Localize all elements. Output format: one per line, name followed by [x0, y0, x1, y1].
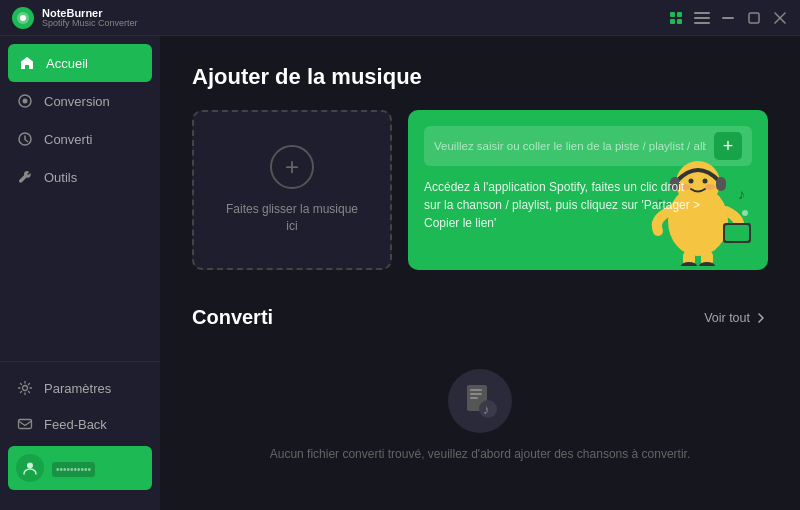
converted-section: Converti Voir tout: [192, 306, 768, 471]
main-layout: Accueil Conversion: [0, 36, 800, 510]
sidebar-item-parametres[interactable]: Paramètres: [0, 370, 160, 406]
sidebar-item-outils[interactable]: Outils: [0, 158, 160, 196]
svg-rect-3: [677, 12, 682, 17]
sidebar-label-feedback: Feed-Back: [44, 417, 107, 432]
url-input-area: + Accédez à l'application Spotify, faite…: [408, 110, 768, 270]
converted-header: Converti Voir tout: [192, 306, 768, 329]
menu-icon[interactable]: [694, 10, 710, 26]
svg-point-26: [705, 184, 715, 190]
empty-text: Aucun fichier converti trouvé, veuillez …: [270, 447, 691, 461]
minimize-button[interactable]: [720, 10, 736, 26]
tools-icon: [16, 168, 34, 186]
app-logo: [12, 7, 34, 29]
sidebar-nav: Accueil Conversion: [0, 44, 160, 361]
converted-title: Converti: [192, 306, 273, 329]
sidebar-item-converti[interactable]: Converti: [0, 120, 160, 158]
svg-rect-28: [725, 225, 749, 241]
conversion-icon: [16, 92, 34, 110]
grid-icon[interactable]: [668, 10, 684, 26]
user-section[interactable]: ••••••••••: [8, 446, 152, 490]
drag-drop-text: Faites glisser la musique ici: [226, 201, 358, 235]
svg-rect-17: [19, 420, 32, 429]
svg-rect-8: [694, 22, 710, 24]
svg-text:♪: ♪: [738, 186, 745, 202]
svg-rect-6: [694, 12, 710, 14]
app-subtitle: Spotify Music Converter: [42, 19, 138, 29]
sidebar-item-feedback[interactable]: Feed-Back: [0, 406, 160, 442]
svg-rect-38: [470, 393, 482, 395]
svg-rect-7: [694, 17, 710, 19]
history-icon: [16, 130, 34, 148]
close-button[interactable]: [772, 10, 788, 26]
sidebar-bottom: Paramètres Feed-Back: [0, 361, 160, 502]
sidebar-label-parametres: Paramètres: [44, 381, 111, 396]
svg-rect-37: [470, 389, 482, 391]
app-title-text: NoteBurner Spotify Music Converter: [42, 7, 138, 29]
sidebar-label-converti: Converti: [44, 132, 92, 147]
see-all-link[interactable]: Voir tout: [704, 311, 768, 325]
svg-point-14: [23, 99, 28, 104]
user-info: ••••••••••: [52, 459, 144, 477]
window-controls: [668, 10, 788, 26]
home-icon: [18, 54, 36, 72]
url-description: Accédez à l'application Spotify, faites …: [424, 178, 704, 232]
settings-icon: [16, 379, 34, 397]
svg-point-30: [742, 210, 748, 216]
svg-rect-5: [677, 19, 682, 24]
sidebar-label-conversion: Conversion: [44, 94, 110, 109]
svg-text:♪: ♪: [483, 402, 490, 417]
add-music-title: Ajouter de la musique: [192, 64, 768, 90]
sidebar-label-accueil: Accueil: [46, 56, 88, 71]
svg-point-18: [27, 463, 33, 469]
app-name: NoteBurner: [42, 7, 138, 19]
title-bar: NoteBurner Spotify Music Converter: [0, 0, 800, 36]
empty-state: ♪ Aucun fichier converti trouvé, veuille…: [192, 349, 768, 471]
svg-rect-10: [749, 13, 759, 23]
drag-drop-box[interactable]: + Faites glisser la musique ici: [192, 110, 392, 270]
sidebar-item-conversion[interactable]: Conversion: [0, 82, 160, 120]
svg-point-1: [20, 15, 26, 21]
maximize-button[interactable]: [746, 10, 762, 26]
svg-rect-39: [470, 397, 478, 399]
drag-drop-plus-icon: +: [270, 145, 314, 189]
svg-rect-9: [722, 17, 734, 19]
sidebar-item-accueil[interactable]: Accueil: [8, 44, 152, 82]
app-branding: NoteBurner Spotify Music Converter: [12, 7, 138, 29]
svg-rect-22: [716, 177, 726, 191]
sidebar-label-outils: Outils: [44, 170, 77, 185]
svg-point-16: [23, 386, 28, 391]
sidebar: Accueil Conversion: [0, 36, 160, 510]
avatar: [16, 454, 44, 482]
svg-rect-4: [670, 19, 675, 24]
svg-rect-2: [670, 12, 675, 17]
add-music-area: + Faites glisser la musique ici + Accéde…: [192, 110, 768, 270]
empty-icon: ♪: [448, 369, 512, 433]
user-name: ••••••••••: [52, 462, 95, 477]
mail-icon: [16, 415, 34, 433]
main-content: Ajouter de la musique + Faites glisser l…: [160, 36, 800, 510]
